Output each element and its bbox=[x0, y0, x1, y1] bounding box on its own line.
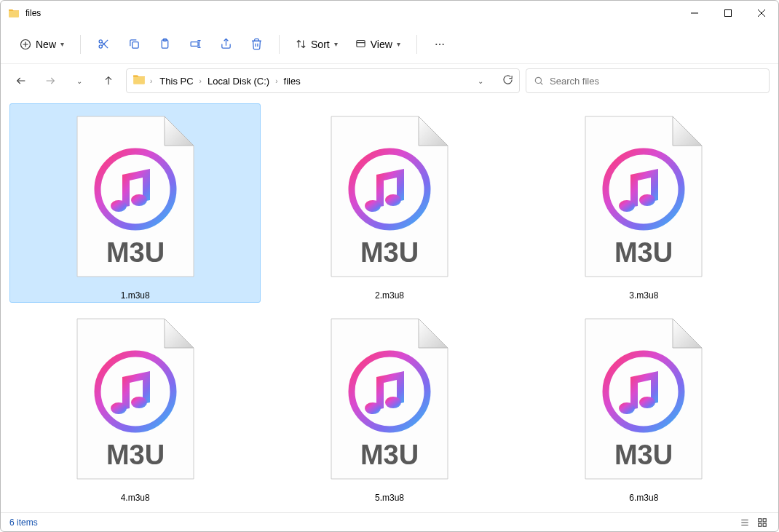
file-name: 6.m3u8 bbox=[629, 493, 658, 503]
nav-bar: ⌄ › This PC › Local Disk (C:) › files ⌄ bbox=[1, 64, 778, 98]
breadcrumb-part[interactable]: This PC bbox=[157, 74, 196, 89]
file-name: 1.m3u8 bbox=[121, 290, 150, 301]
refresh-icon bbox=[502, 74, 513, 85]
view-icon bbox=[355, 39, 366, 49]
svg-point-32 bbox=[111, 200, 127, 212]
new-button[interactable]: New ▾ bbox=[12, 34, 71, 55]
file-grid: M3U 1.m3u8 M3U 2.m3u8 bbox=[1, 98, 778, 512]
copy-button[interactable] bbox=[120, 31, 148, 58]
svg-point-44 bbox=[111, 402, 127, 414]
breadcrumb: This PC › Local Disk (C:) › files bbox=[157, 74, 473, 89]
minimize-button[interactable] bbox=[678, 1, 711, 25]
svg-point-25 bbox=[442, 43, 443, 44]
list-icon bbox=[740, 517, 750, 528]
svg-point-23 bbox=[435, 43, 437, 44]
svg-rect-1 bbox=[725, 9, 732, 16]
file-thumbnail: M3U bbox=[295, 308, 484, 490]
paste-button[interactable] bbox=[151, 31, 178, 58]
svg-text:M3U: M3U bbox=[106, 237, 165, 268]
window-title: files bbox=[25, 8, 678, 18]
svg-text:M3U: M3U bbox=[614, 440, 673, 470]
svg-point-24 bbox=[439, 43, 440, 44]
more-button[interactable] bbox=[426, 31, 454, 58]
svg-rect-21 bbox=[357, 41, 365, 47]
trash-icon bbox=[250, 38, 263, 50]
scissors-icon bbox=[98, 38, 110, 50]
file-item[interactable]: M3U 2.m3u8 bbox=[264, 103, 515, 303]
file-item[interactable]: M3U 3.m3u8 bbox=[518, 103, 770, 303]
item-count: 6 items bbox=[9, 517, 38, 528]
svg-point-37 bbox=[385, 194, 401, 206]
svg-text:M3U: M3U bbox=[614, 237, 673, 268]
divider bbox=[80, 35, 81, 54]
search-input[interactable] bbox=[550, 76, 762, 87]
search-icon bbox=[534, 76, 544, 86]
svg-point-36 bbox=[365, 200, 381, 212]
file-thumbnail: M3U bbox=[549, 308, 738, 490]
window-controls bbox=[678, 1, 778, 25]
view-mode-toggles bbox=[738, 516, 770, 529]
toolbar: New ▾ Sort ▾ View ▾ bbox=[1, 25, 778, 64]
svg-point-48 bbox=[365, 402, 381, 414]
svg-point-49 bbox=[385, 397, 401, 408]
address-bar[interactable]: › This PC › Local Disk (C:) › files ⌄ bbox=[126, 68, 520, 93]
forward-button[interactable] bbox=[39, 69, 62, 92]
chevron-right-icon: › bbox=[275, 77, 277, 85]
chevron-down-icon[interactable]: ⌄ bbox=[478, 77, 483, 85]
file-item[interactable]: M3U 1.m3u8 bbox=[9, 103, 261, 303]
file-thumbnail: M3U bbox=[41, 106, 230, 287]
chevron-down-icon: ⌄ bbox=[76, 77, 82, 85]
new-label: New bbox=[36, 39, 56, 50]
svg-text:M3U: M3U bbox=[360, 237, 419, 268]
view-button[interactable]: View ▾ bbox=[348, 34, 408, 55]
arrow-up-icon bbox=[103, 75, 114, 87]
close-button[interactable] bbox=[745, 1, 778, 25]
rename-icon bbox=[189, 38, 202, 50]
file-name: 5.m3u8 bbox=[375, 493, 404, 503]
breadcrumb-part[interactable]: Local Disk (C:) bbox=[205, 74, 272, 89]
svg-text:M3U: M3U bbox=[360, 440, 419, 470]
file-item[interactable]: M3U 4.m3u8 bbox=[9, 306, 261, 505]
svg-rect-11 bbox=[132, 42, 138, 48]
file-thumbnail: M3U bbox=[41, 308, 230, 490]
thumbnails-view-button[interactable] bbox=[755, 516, 770, 529]
file-item[interactable]: M3U 6.m3u8 bbox=[518, 306, 770, 505]
details-view-button[interactable] bbox=[738, 516, 752, 529]
svg-rect-60 bbox=[759, 523, 762, 526]
svg-point-40 bbox=[619, 200, 635, 212]
svg-point-45 bbox=[131, 397, 147, 408]
share-button[interactable] bbox=[212, 31, 240, 58]
breadcrumb-part[interactable]: files bbox=[281, 74, 304, 89]
file-thumbnail: M3U bbox=[295, 106, 484, 287]
arrow-right-icon bbox=[44, 75, 56, 87]
search-box[interactable] bbox=[526, 68, 770, 93]
svg-line-30 bbox=[540, 82, 542, 84]
chevron-down-icon: ▾ bbox=[334, 40, 338, 48]
cut-button[interactable] bbox=[90, 31, 117, 58]
up-button[interactable] bbox=[97, 69, 120, 92]
svg-text:M3U: M3U bbox=[106, 440, 165, 470]
copy-icon bbox=[128, 38, 141, 50]
svg-point-33 bbox=[131, 194, 147, 206]
svg-point-41 bbox=[639, 194, 655, 206]
svg-point-29 bbox=[535, 77, 541, 83]
file-name: 2.m3u8 bbox=[375, 290, 404, 301]
recent-button[interactable]: ⌄ bbox=[68, 69, 91, 92]
file-name: 4.m3u8 bbox=[121, 493, 150, 503]
plus-circle-icon bbox=[20, 39, 31, 50]
maximize-button[interactable] bbox=[711, 1, 745, 25]
file-thumbnail: M3U bbox=[549, 106, 738, 287]
back-button[interactable] bbox=[9, 69, 33, 92]
rename-button[interactable] bbox=[181, 31, 209, 58]
refresh-button[interactable] bbox=[502, 74, 513, 88]
ellipsis-icon bbox=[434, 39, 446, 50]
folder-icon bbox=[133, 73, 146, 89]
file-name: 3.m3u8 bbox=[629, 290, 658, 301]
chevron-right-icon: › bbox=[199, 77, 202, 85]
status-bar: 6 items bbox=[1, 512, 778, 531]
svg-point-53 bbox=[639, 397, 655, 408]
sort-label: Sort bbox=[311, 39, 330, 50]
delete-button[interactable] bbox=[242, 31, 270, 58]
file-item[interactable]: M3U 5.m3u8 bbox=[264, 306, 515, 505]
sort-button[interactable]: Sort ▾ bbox=[288, 34, 345, 55]
